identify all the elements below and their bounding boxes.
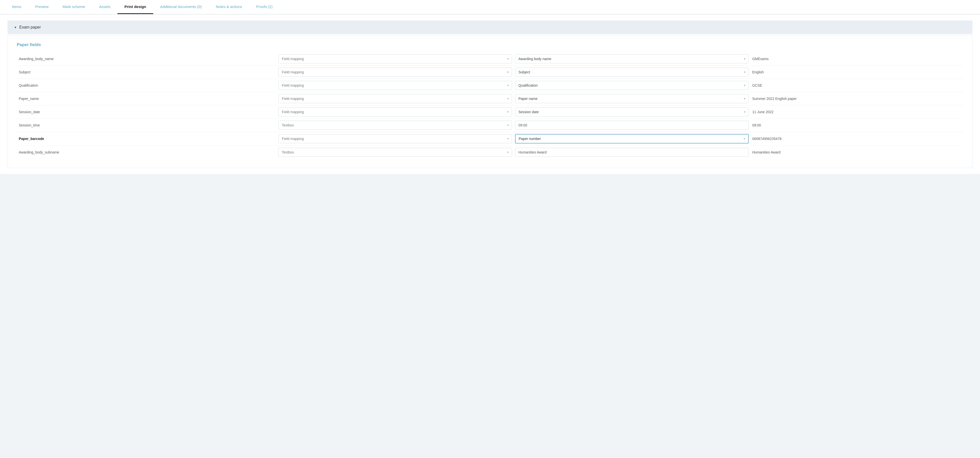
tab-notes-actions[interactable]: Notes & actions: [209, 0, 249, 14]
left-dropdown-qualification[interactable]: Field mapping▾: [278, 81, 512, 90]
table-row: Paper_barcodeField mapping▾Paper number▾…: [17, 132, 963, 146]
value-qualification: GCSE: [750, 79, 963, 92]
left-dropdown-cell-qualification: Field mapping▾: [277, 79, 514, 92]
tab-preview[interactable]: Preview: [28, 0, 56, 14]
right-field-cell-awarding-body-name: Awarding body name▾: [514, 52, 750, 65]
right-field-cell-qualification: Qualification▾: [514, 79, 750, 92]
left-dropdown-subject[interactable]: Field mapping▾: [278, 68, 512, 76]
field-name-awarding-body-subname: Awarding_body_subname: [17, 146, 277, 159]
left-dropdown-cell-awarding-body-subname: Textbox▾: [277, 146, 514, 159]
left-dropdown-cell-awarding-body-name: Field mapping▾: [277, 52, 514, 65]
left-dropdown-paper-name[interactable]: Field mapping▾: [278, 94, 512, 103]
table-row: QualificationField mapping▾Qualification…: [17, 79, 963, 92]
exam-paper-section-header[interactable]: ▾ Exam paper: [8, 21, 972, 34]
tab-proofs[interactable]: Proofs (2): [249, 0, 280, 14]
tab-mark-scheme[interactable]: Mark scheme: [56, 0, 92, 14]
left-dropdown-session-date[interactable]: Field mapping▾: [278, 107, 512, 116]
table-row: Awarding_body_subnameTextbox▾Humanities …: [17, 146, 963, 159]
table-row: SubjectField mapping▾Subject▾English: [17, 65, 963, 79]
right-field-cell-paper-barcode: Paper number▾: [514, 132, 750, 146]
right-field-cell-awarding-body-subname: [514, 146, 750, 159]
value-awarding-body-subname: Humanities Award: [750, 146, 963, 159]
table-row: Paper_nameField mapping▾Paper name▾Summe…: [17, 92, 963, 105]
value-paper-name: Summer 2022 English paper: [750, 92, 963, 105]
right-field-cell-subject: Subject▾: [514, 65, 750, 79]
paper-fields-label: Paper fields: [17, 42, 963, 47]
left-dropdown-cell-paper-barcode: Field mapping▾: [277, 132, 514, 146]
right-dropdown-qualification[interactable]: Qualification▾: [515, 81, 749, 90]
tab-additional-documents[interactable]: Additional documents (0): [153, 0, 209, 14]
fields-table: Awarding_body_nameField mapping▾Awarding…: [17, 52, 963, 159]
field-name-session-time: Session_time: [17, 119, 277, 132]
field-name-awarding-body-name: Awarding_body_name: [17, 52, 277, 65]
value-session-date: 11 June 2022: [750, 105, 963, 119]
right-dropdown-session-date[interactable]: Session date▾: [515, 107, 749, 116]
section-title: Exam paper: [19, 25, 41, 30]
table-row: Session_dateField mapping▾Session date▾1…: [17, 105, 963, 119]
field-name-session-date: Session_date: [17, 105, 277, 119]
value-awarding-body-name: GMExams: [750, 52, 963, 65]
left-dropdown-paper-barcode[interactable]: Field mapping▾: [278, 134, 512, 143]
textbox-input-session-time[interactable]: [515, 121, 749, 130]
right-field-cell-session-date: Session date▾: [514, 105, 750, 119]
value-subject: English: [750, 65, 963, 79]
textbox-input-awarding-body-subname[interactable]: [515, 148, 749, 157]
tab-print-design[interactable]: Print design: [118, 0, 153, 14]
tabs-container: ItemsPreviewMark schemeAssetsPrint desig…: [0, 0, 980, 14]
left-dropdown-cell-session-date: Field mapping▾: [277, 105, 514, 119]
left-dropdown-session-time[interactable]: Textbox▾: [278, 121, 512, 130]
chevron-icon: ▾: [14, 25, 16, 29]
right-dropdown-paper-name[interactable]: Paper name▾: [515, 94, 749, 103]
tab-assets[interactable]: Assets: [92, 0, 118, 14]
left-dropdown-cell-session-time: Textbox▾: [277, 119, 514, 132]
left-dropdown-cell-paper-name: Field mapping▾: [277, 92, 514, 105]
tab-items[interactable]: Items: [5, 0, 28, 14]
main-wrapper: ItemsPreviewMark schemeAssetsPrint desig…: [0, 0, 980, 174]
table-row: Session_timeTextbox▾09:00: [17, 119, 963, 132]
field-name-subject: Subject: [17, 65, 277, 79]
right-dropdown-awarding-body-name[interactable]: Awarding body name▾: [515, 54, 749, 64]
paper-fields-container: Paper fields Awarding_body_nameField map…: [8, 35, 972, 168]
right-field-cell-paper-name: Paper name▾: [514, 92, 750, 105]
right-dropdown-subject[interactable]: Subject▾: [515, 68, 749, 76]
field-name-paper-barcode: Paper_barcode: [17, 132, 277, 146]
right-dropdown-paper-barcode[interactable]: Paper number▾: [515, 134, 749, 143]
right-field-cell-session-time: [514, 119, 750, 132]
field-name-qualification: Qualification: [17, 79, 277, 92]
value-paper-barcode: 000874956235478: [750, 132, 963, 146]
left-dropdown-awarding-body-subname[interactable]: Textbox▾: [278, 148, 512, 157]
field-name-paper-name: Paper_name: [17, 92, 277, 105]
table-row: Awarding_body_nameField mapping▾Awarding…: [17, 52, 963, 65]
left-dropdown-cell-subject: Field mapping▾: [277, 65, 514, 79]
value-session-time: 09:00: [750, 119, 963, 132]
left-dropdown-awarding-body-name[interactable]: Field mapping▾: [278, 54, 512, 64]
